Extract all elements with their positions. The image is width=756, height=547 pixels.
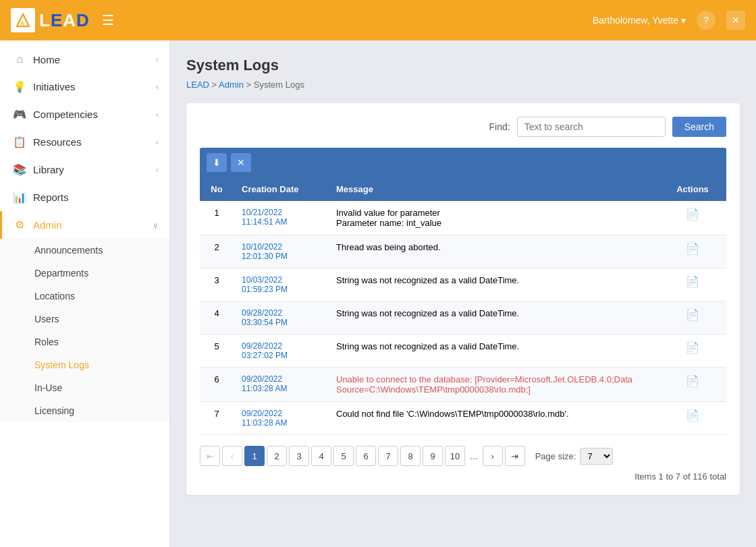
row-message: Could not find file 'C:\Windows\TEMP\tmp… bbox=[328, 402, 659, 435]
row-actions: 📄 bbox=[659, 368, 726, 402]
sidebar-item-reports[interactable]: 📊 Reports bbox=[0, 183, 169, 211]
sidebar-item-library[interactable]: 📚 Library ‹ bbox=[0, 156, 169, 183]
sub-item-users[interactable]: Users bbox=[0, 308, 169, 330]
clear-icon: ✕ bbox=[237, 157, 245, 168]
search-input[interactable] bbox=[517, 117, 666, 137]
sidebar-item-admin[interactable]: ⚙ Admin ∨ bbox=[0, 211, 169, 239]
initiatives-icon: 💡 bbox=[13, 80, 26, 93]
pagination-row: ⇤ ‹ 1 2 3 4 5 6 7 8 9 10 ... › ⇥ Page bbox=[200, 446, 726, 466]
page-size-select[interactable]: 7 10 25 50 bbox=[580, 448, 613, 465]
sidebar-item-initiatives[interactable]: 💡 Initiatives ‹ bbox=[0, 73, 169, 100]
chevron-down-icon: ∨ bbox=[153, 221, 159, 230]
sidebar-label-resources: Resources bbox=[33, 136, 82, 148]
page-btn-7[interactable]: 7 bbox=[378, 446, 398, 466]
message-line: Thread was being aborted. bbox=[336, 242, 441, 252]
message-line: Unable to connect to the database: [Prov… bbox=[336, 374, 632, 395]
view-log-button[interactable]: 📄 bbox=[686, 276, 699, 287]
row-date: 09/20/2022 11:03:28 AM bbox=[234, 402, 328, 435]
page-btn-3[interactable]: 3 bbox=[289, 446, 309, 466]
row-message: String was not recognized as a valid Dat… bbox=[328, 268, 659, 301]
page-btn-10[interactable]: 10 bbox=[445, 446, 465, 466]
row-no: 2 bbox=[200, 235, 234, 268]
time-value: 03:30:54 PM bbox=[242, 318, 320, 327]
breadcrumb-sep1: > bbox=[212, 80, 219, 90]
sub-item-locations[interactable]: Locations bbox=[0, 285, 169, 308]
time-value: 11:14:51 AM bbox=[242, 217, 320, 227]
competencies-icon: 🎮 bbox=[13, 108, 26, 121]
sub-item-roles[interactable]: Roles bbox=[0, 330, 169, 353]
sub-item-system-logs[interactable]: System Logs bbox=[0, 353, 169, 376]
date-value: 10/10/2022 bbox=[242, 242, 320, 252]
close-button[interactable]: ✕ bbox=[726, 11, 745, 30]
message-line: String was not recognized as a valid Dat… bbox=[336, 308, 519, 318]
breadcrumb-system-logs: System Logs bbox=[254, 80, 304, 90]
view-log-button[interactable]: 📄 bbox=[686, 309, 699, 320]
time-value: 01:59:23 PM bbox=[242, 285, 320, 294]
breadcrumb-lead[interactable]: LEAD bbox=[186, 80, 209, 90]
breadcrumb-sep2: > bbox=[246, 80, 254, 90]
page-btn-6[interactable]: 6 bbox=[356, 446, 376, 466]
table-row: 2 10/10/2022 12:01:30 PM Thread was bein… bbox=[200, 235, 726, 268]
page-btn-9[interactable]: 9 bbox=[423, 446, 443, 466]
page-first-button[interactable]: ⇤ bbox=[200, 446, 220, 466]
breadcrumb-admin[interactable]: Admin bbox=[219, 80, 244, 90]
sub-item-licensing[interactable]: Licensing bbox=[0, 399, 169, 422]
logo-text: LEAD bbox=[39, 10, 90, 31]
help-button[interactable]: ? bbox=[697, 11, 716, 30]
sub-item-in-use[interactable]: In-Use bbox=[0, 376, 169, 399]
page-btn-1[interactable]: 1 bbox=[244, 446, 265, 466]
page-title: System Logs bbox=[186, 57, 740, 74]
admin-icon: ⚙ bbox=[13, 219, 26, 231]
home-icon: ⌂ bbox=[13, 53, 26, 65]
sidebar-item-home[interactable]: ⌂ Home ‹ bbox=[0, 46, 169, 73]
sub-item-departments[interactable]: Departments bbox=[0, 262, 169, 285]
sidebar-item-competencies[interactable]: 🎮 Competencies ‹ bbox=[0, 100, 169, 128]
row-message: Thread was being aborted. bbox=[328, 235, 659, 268]
chevron-right-icon: ‹ bbox=[156, 165, 159, 175]
sidebar-label-home: Home bbox=[33, 54, 60, 65]
table-row: 7 09/20/2022 11:03:28 AM Could not find … bbox=[200, 402, 726, 435]
row-actions: 📄 bbox=[659, 335, 726, 368]
row-date: 09/28/2022 03:27:02 PM bbox=[234, 335, 328, 368]
row-message: String was not recognized as a valid Dat… bbox=[328, 301, 659, 335]
user-name[interactable]: Bartholomew, Yvette bbox=[593, 15, 686, 26]
view-log-button[interactable]: 📄 bbox=[686, 375, 699, 386]
row-date: 09/20/2022 11:03:28 AM bbox=[234, 368, 328, 402]
page-size-label: Page size: bbox=[535, 451, 576, 461]
header-left: A LEAD ☰ bbox=[11, 8, 117, 32]
row-no: 6 bbox=[200, 368, 234, 402]
page-btn-5[interactable]: 5 bbox=[333, 446, 354, 466]
view-log-button[interactable]: 📄 bbox=[686, 409, 699, 421]
sidebar-item-resources[interactable]: 📋 Resources ‹ bbox=[0, 128, 169, 156]
sidebar-label-initiatives: Initiatives bbox=[33, 81, 76, 92]
view-log-button[interactable]: 📄 bbox=[686, 342, 699, 353]
page-prev-button[interactable]: ‹ bbox=[222, 446, 242, 466]
view-log-button[interactable]: 📄 bbox=[686, 208, 699, 220]
row-actions: 📄 bbox=[659, 235, 726, 268]
page-ellipsis: ... bbox=[467, 451, 481, 461]
row-message: Invalid value for parameterParameter nam… bbox=[328, 201, 659, 235]
sidebar-label-library: Library bbox=[33, 164, 64, 175]
sub-item-announcements[interactable]: Announcements bbox=[0, 239, 169, 262]
search-button[interactable]: Search bbox=[672, 117, 726, 137]
hamburger-menu[interactable]: ☰ bbox=[99, 9, 117, 31]
date-value: 10/03/2022 bbox=[242, 275, 320, 285]
download-button[interactable]: ⬇ bbox=[207, 153, 227, 172]
page-btn-2[interactable]: 2 bbox=[267, 446, 287, 466]
row-date: 10/10/2022 12:01:30 PM bbox=[234, 235, 328, 268]
page-next-button[interactable]: › bbox=[483, 446, 503, 466]
row-no: 4 bbox=[200, 301, 234, 335]
page-last-button[interactable]: ⇥ bbox=[505, 446, 525, 466]
page-btn-4[interactable]: 4 bbox=[311, 446, 331, 466]
view-log-button[interactable]: 📄 bbox=[686, 243, 699, 254]
table-row: 6 09/20/2022 11:03:28 AM Unable to conne… bbox=[200, 368, 726, 402]
find-label: Find: bbox=[489, 121, 510, 132]
items-summary: Items 1 to 7 of 116 total bbox=[200, 471, 726, 482]
date-value: 09/20/2022 bbox=[242, 374, 320, 384]
header: A LEAD ☰ Bartholomew, Yvette ? ✕ bbox=[0, 0, 756, 40]
time-value: 12:01:30 PM bbox=[242, 252, 320, 261]
clear-button[interactable]: ✕ bbox=[231, 153, 251, 172]
page-btn-8[interactable]: 8 bbox=[400, 446, 421, 466]
row-no: 5 bbox=[200, 335, 234, 368]
row-actions: 📄 bbox=[659, 301, 726, 335]
